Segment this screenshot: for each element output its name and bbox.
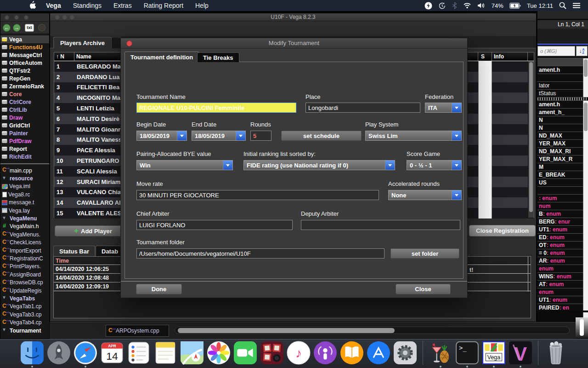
package-item[interactable]: Draw [0, 114, 49, 121]
chief-arbiter-input[interactable]: LUIGI FORLANO [136, 220, 293, 230]
volume-icon[interactable] [477, 2, 486, 9]
dock-safari[interactable] [74, 341, 97, 365]
tab-status-bar[interactable]: Status Bar [53, 246, 95, 257]
close-registration-button[interactable]: Close Registration [469, 225, 536, 236]
time-machine-icon[interactable] [438, 2, 446, 10]
flash-status-icon[interactable] [424, 2, 432, 10]
players-scrollbar[interactable] [528, 61, 534, 218]
vega-titlebar[interactable]: U10F - Vega 8.2.3 [50, 13, 536, 21]
symbol-row[interactable]: = 0 : enum [537, 249, 588, 257]
dock-cocktail[interactable] [429, 341, 452, 365]
tab-tournament-definition[interactable]: Tournament definition [124, 52, 199, 62]
back-button[interactable]: ← [3, 24, 11, 32]
scrollbar-thumb[interactable] [584, 59, 588, 77]
symbol-row[interactable] [537, 187, 588, 195]
dialog-close-button[interactable] [126, 40, 132, 46]
ranking-select[interactable]: FIDE rating (use National rating if 0) [243, 160, 395, 170]
move-rate-input[interactable]: 30 MINUTI PER GIOCATORE [136, 190, 379, 200]
goto-search-input[interactable]: o (⌘G) [537, 46, 575, 56]
dock-launchpad[interactable] [47, 341, 71, 365]
window-close-button[interactable] [5, 15, 9, 20]
symbol-row[interactable]: YER_MAX_R [537, 155, 588, 163]
package-item[interactable]: Vega [0, 35, 49, 43]
symbol-scrollbar[interactable] [583, 101, 588, 319]
package-item[interactable]: RepGen [0, 75, 49, 82]
file-item[interactable]: VegaMenu [0, 214, 49, 222]
dock-terminal[interactable]: >_ [455, 341, 479, 365]
score-game-select[interactable]: 0 - ½ - 1 [407, 160, 462, 170]
symbol-scrollbar[interactable] [583, 58, 588, 97]
symbol-row[interactable]: YER_MAX [537, 140, 588, 148]
add-player-button[interactable]: + Add Player [55, 225, 131, 236]
menu-rating-report[interactable]: Rating Report [138, 2, 189, 9]
rounds-input[interactable]: 5 [250, 131, 271, 141]
window-zoom-button[interactable] [69, 15, 74, 20]
txt-view-button[interactable]: txt [25, 24, 34, 32]
package-item[interactable]: QTFstr2 [0, 67, 49, 75]
menu-clock[interactable]: Tue 12:11 [527, 2, 553, 9]
dock-podcasts[interactable] [313, 341, 337, 365]
scrollbar-thumb[interactable] [178, 328, 395, 333]
file-item[interactable]: VegaTab3.cp [0, 310, 49, 318]
symbol-row[interactable]: enum [537, 288, 588, 296]
package-item[interactable]: Painter [0, 129, 49, 137]
dock-vega-viewer[interactable]: V [509, 341, 532, 365]
file-item[interactable]: VegaMenus. [0, 230, 49, 238]
dock-facetime[interactable] [233, 341, 257, 365]
play-system-select[interactable]: Swiss Lim [365, 131, 462, 141]
symbol-row[interactable]: AR : enum [537, 257, 588, 265]
dock-photo-booth[interactable] [260, 341, 284, 365]
symbol-row[interactable]: OT : enum [537, 242, 588, 249]
tab-players-archive[interactable]: Players Archive [53, 37, 112, 48]
scrollbar-thumb[interactable] [584, 103, 588, 131]
symbol-row[interactable]: enum [537, 265, 588, 273]
bluetooth-icon[interactable] [452, 2, 457, 9]
file-item[interactable]: resource [0, 174, 49, 182]
symbol-row[interactable]: WINS : enum [537, 273, 588, 281]
package-item[interactable]: MessageCtrl [0, 51, 49, 59]
dock-calendar[interactable]: APR14 [100, 341, 124, 365]
scrollbar-thumb[interactable] [529, 62, 533, 212]
symbol-row[interactable]: ament_h_ [537, 109, 588, 116]
package-item[interactable]: PdfDraw [0, 137, 49, 145]
window-minimize-button[interactable] [14, 15, 19, 20]
end-date-select[interactable]: 18/05/2019 [192, 131, 246, 141]
package-item[interactable]: Core [0, 90, 49, 98]
file-item[interactable]: message.t [0, 199, 49, 207]
set-schedule-button[interactable]: set schedule [281, 131, 362, 141]
close-button[interactable]: Close [396, 284, 451, 294]
symbol-row[interactable]: ND_MAX_RI [537, 148, 588, 155]
package-item[interactable]: ZermeloRank [0, 82, 49, 90]
assist-icon[interactable] [38, 24, 45, 31]
symbol-row[interactable]: ND_MAX [537, 132, 588, 140]
file-item[interactable]: Tournament [0, 327, 49, 334]
horizontal-scrollbar[interactable] [175, 327, 570, 334]
file-item[interactable]: RegistrationC [0, 254, 49, 262]
bye-select[interactable]: Win [136, 160, 233, 170]
file-item[interactable]: PrintPlayers. [0, 263, 49, 270]
done-button[interactable]: Done [136, 284, 182, 294]
file-item[interactable]: VegaTab1.cp [0, 303, 49, 310]
menu-extras[interactable]: Extras [107, 2, 138, 9]
dock-app-store[interactable] [367, 341, 390, 365]
column-header-info[interactable]: Info [492, 52, 528, 61]
dock-trash[interactable] [544, 341, 568, 365]
file-item[interactable]: Vega8.rc [0, 190, 49, 198]
tournament-folder-input[interactable]: /Users/home/Documents/vegatornei/U10F [136, 248, 384, 259]
symbol-row[interactable]: tStatus [537, 90, 588, 98]
symbol-row[interactable]: UT1 : enum [537, 296, 588, 304]
set-folder-button[interactable]: set folder [390, 248, 459, 259]
accelerated-rounds-select[interactable]: None [388, 190, 462, 200]
tab-arposystem[interactable]: ARPOsystem.cpp [106, 325, 169, 337]
file-item[interactable]: Vega.iml [0, 183, 49, 190]
package-item[interactable]: Functions4U [0, 43, 49, 51]
symbol-row[interactable]: N [537, 124, 588, 132]
apple-menu[interactable] [26, 1, 40, 10]
window-close-button[interactable] [55, 15, 60, 20]
symbol-row[interactable]: ED : enum [537, 234, 588, 242]
federation-select[interactable]: ITA [425, 103, 462, 113]
menu-standings[interactable]: Standings [67, 2, 107, 9]
dock-books[interactable] [340, 341, 364, 365]
package-item[interactable]: CtrlCore [0, 98, 49, 106]
symbol-row[interactable]: ament.h [537, 101, 588, 109]
